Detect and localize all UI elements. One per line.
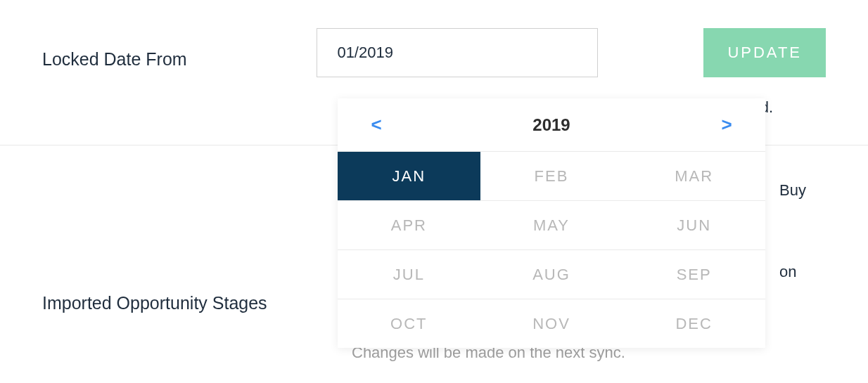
month-mar[interactable]: MAR bbox=[623, 151, 765, 200]
locked-date-input[interactable] bbox=[317, 28, 598, 77]
month-jan[interactable]: JAN bbox=[338, 151, 480, 200]
month-apr[interactable]: APR bbox=[338, 200, 480, 249]
imported-stages-label: Imported Opportunity Stages bbox=[42, 174, 352, 313]
month-oct[interactable]: OCT bbox=[338, 299, 480, 348]
month-jun[interactable]: JUN bbox=[623, 200, 765, 249]
picker-year-label: 2019 bbox=[532, 115, 570, 135]
month-picker-header: < 2019 > bbox=[338, 98, 765, 151]
month-grid: JAN FEB MAR APR MAY JUN JUL AUG SEP OCT … bbox=[338, 151, 765, 348]
next-year-button[interactable]: > bbox=[716, 114, 737, 136]
month-jul[interactable]: JUL bbox=[338, 249, 480, 299]
month-sep[interactable]: SEP bbox=[623, 249, 765, 299]
month-aug[interactable]: AUG bbox=[480, 249, 623, 299]
month-may[interactable]: MAY bbox=[480, 200, 623, 249]
stage-text: on bbox=[779, 263, 796, 281]
locked-date-label: Locked Date From bbox=[42, 28, 317, 70]
month-feb[interactable]: FEB bbox=[480, 151, 623, 200]
month-dec[interactable]: DEC bbox=[623, 299, 765, 348]
stage-text: Buy bbox=[779, 181, 806, 200]
prev-year-button[interactable]: < bbox=[366, 114, 387, 136]
update-button[interactable]: UPDATE bbox=[703, 28, 826, 77]
month-picker-popup: < 2019 > JAN FEB MAR APR MAY JUN JUL AUG… bbox=[338, 98, 765, 348]
month-nov[interactable]: NOV bbox=[480, 299, 623, 348]
